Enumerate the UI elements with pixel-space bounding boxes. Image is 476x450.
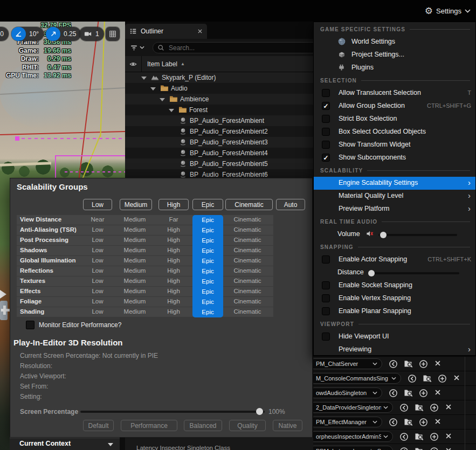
use-selected-button[interactable] [399, 403, 409, 414]
volume-slider[interactable] [378, 234, 457, 236]
monitor-performance-row[interactable]: Monitor Editor Performance? [26, 321, 121, 329]
scalability-cell-selected[interactable]: Epic [192, 307, 223, 317]
slider-handle[interactable] [380, 232, 387, 238]
current-context-dropdown[interactable]: Current Context [10, 438, 120, 450]
menu-item[interactable]: Box Select Occluded Objects [314, 126, 475, 139]
scalability-cell[interactable]: High [167, 288, 180, 294]
scalability-cell[interactable]: Medium [124, 237, 146, 243]
clear-asset-button[interactable] [445, 432, 452, 442]
clear-asset-button[interactable] [434, 389, 441, 398]
preset-button-default[interactable]: Default [83, 420, 114, 431]
checkbox[interactable] [322, 333, 330, 341]
menu-item[interactable]: Strict Box Selection [314, 113, 475, 126]
menu-item[interactable]: Enable Planar Snapping [314, 305, 475, 318]
scale-snap-icon[interactable] [46, 27, 60, 41]
quality-button-epic[interactable]: Epic [192, 199, 223, 210]
quality-button-high[interactable]: High [158, 199, 189, 210]
scalability-cell[interactable]: Medium [124, 257, 146, 264]
menu-item[interactable]: Previewing› [314, 343, 475, 356]
asset-dropdown[interactable]: owdAudioSingleton [313, 387, 382, 398]
scalability-cell[interactable]: Low [92, 288, 103, 294]
scalability-cell-selected[interactable]: Epic [192, 287, 223, 297]
visibility-column-header[interactable] [125, 56, 142, 72]
clear-asset-button[interactable] [453, 374, 460, 384]
scalability-cell[interactable]: High [167, 308, 180, 315]
clear-asset-button[interactable] [434, 359, 441, 369]
scalability-cell-selected[interactable]: Epic [192, 215, 223, 225]
scalability-cell[interactable]: Medium [124, 226, 146, 233]
browse-to-asset-button[interactable] [404, 418, 413, 428]
add-asset-button[interactable] [438, 374, 447, 385]
scalability-cell[interactable]: Cinematic [233, 288, 261, 294]
use-selected-button[interactable] [399, 432, 409, 444]
scalability-cell-selected[interactable]: Epic [192, 297, 223, 307]
scalability-cell[interactable]: Cinematic [233, 216, 261, 223]
scalability-cell[interactable]: Low [92, 226, 103, 233]
menu-item[interactable]: Allow Translucent SelectionT [314, 87, 475, 100]
camera-speed-pill[interactable]: 1 [79, 27, 104, 41]
browse-to-asset-button[interactable] [404, 359, 413, 370]
scalability-cell[interactable]: Low [92, 278, 103, 284]
asset-dropdown[interactable]: 2_DataProviderSingleton [313, 402, 393, 413]
menu-item[interactable]: Hide Viewport UI [314, 330, 475, 343]
checkbox[interactable]: ✓ [322, 102, 330, 110]
clear-asset-button[interactable] [445, 403, 452, 413]
use-selected-button[interactable] [389, 359, 398, 371]
checkbox[interactable]: ✓ [322, 154, 330, 162]
scalability-cell[interactable]: Low [92, 267, 103, 274]
menu-item[interactable]: Plugins [314, 61, 475, 74]
scalability-cell[interactable]: Cinematic [233, 278, 261, 284]
scalability-cell[interactable]: Cinematic [233, 226, 261, 233]
browse-to-asset-button[interactable] [415, 432, 424, 443]
add-asset-button[interactable] [430, 447, 439, 450]
use-selected-button[interactable] [408, 374, 417, 385]
scalability-cell-selected[interactable]: Epic [192, 246, 223, 256]
asset-dropdown[interactable]: BPM_LatencyInspectorSingl [313, 446, 393, 450]
checkbox[interactable] [322, 307, 330, 315]
add-asset-button[interactable] [430, 403, 439, 414]
scalability-cell[interactable]: Cinematic [233, 298, 261, 304]
scalability-cell-selected[interactable]: Epic [192, 266, 223, 276]
quality-button-auto[interactable]: Auto [276, 199, 305, 210]
menu-item[interactable]: Enable Socket Snapping [314, 279, 475, 292]
scalability-cell-selected[interactable]: Epic [192, 276, 223, 287]
scalability-cell[interactable]: Near [91, 216, 105, 223]
add-asset-button[interactable] [419, 389, 428, 400]
epic-selected-column[interactable]: EpicEpicEpicEpicEpicEpicEpicEpicEpicEpic [192, 215, 223, 317]
scalability-cell-selected[interactable]: Epic [192, 225, 223, 236]
scalability-cell[interactable]: Low [92, 237, 103, 243]
preset-button-quality[interactable]: Quality [229, 420, 266, 431]
scalability-cell[interactable]: Medium [124, 247, 146, 253]
add-asset-button[interactable] [430, 432, 439, 444]
menu-item[interactable]: Enable Actor SnappingCTRL+SHIFT+K [314, 253, 475, 266]
scalability-cell[interactable]: Medium [124, 298, 146, 304]
preset-button-performance[interactable]: Performance [121, 420, 177, 431]
browse-to-asset-button[interactable] [415, 403, 424, 414]
distance-slider[interactable] [369, 272, 459, 274]
scalability-cell[interactable]: Low [92, 298, 103, 304]
asset-dropdown[interactable]: orpheusInspectorAdminSi [313, 431, 393, 442]
grid-snap-toggle[interactable] [106, 27, 120, 41]
scalability-cell[interactable]: High [167, 267, 180, 274]
expander-icon[interactable] [169, 109, 174, 112]
scalability-cell[interactable]: Medium [124, 216, 146, 223]
tab-outliner[interactable]: Outliner [125, 24, 207, 39]
expander-icon[interactable] [160, 98, 165, 101]
use-selected-button[interactable] [399, 447, 409, 450]
quality-button-cinematic[interactable]: Cinematic [225, 199, 273, 210]
asset-dropdown[interactable]: M_ConsoleCommandsSing [313, 373, 401, 384]
checkbox[interactable] [322, 115, 330, 123]
checkbox[interactable] [322, 128, 330, 136]
scalability-cell-selected[interactable]: Epic [192, 236, 223, 246]
scalability-cell[interactable]: High [167, 226, 180, 233]
scalability-cell[interactable]: High [167, 278, 180, 284]
browse-to-asset-button[interactable] [423, 374, 432, 385]
scalability-cell[interactable]: Medium [124, 308, 146, 315]
asset-dropdown[interactable]: PM_ChatServer [313, 358, 382, 369]
expander-icon[interactable] [150, 87, 156, 91]
menu-item[interactable]: Engine Scalability Settings› [314, 177, 475, 190]
menu-item[interactable]: Preview Platform› [314, 203, 475, 216]
scalability-cell[interactable]: Far [169, 216, 178, 223]
checkbox[interactable] [322, 141, 330, 149]
scalability-cell[interactable]: Low [92, 257, 103, 264]
